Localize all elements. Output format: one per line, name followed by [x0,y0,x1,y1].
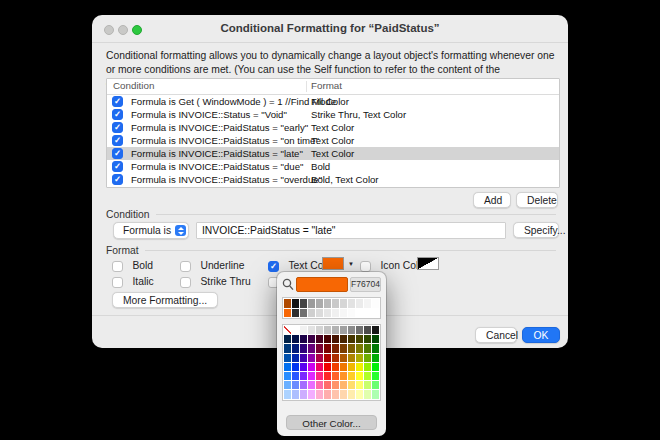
color-cell[interactable] [284,363,291,371]
color-cell[interactable] [316,326,323,334]
color-cell[interactable] [332,390,339,398]
cancel-button[interactable]: Cancel [475,327,517,343]
color-cell[interactable] [340,381,347,389]
color-cell[interactable] [324,390,331,398]
color-cell[interactable] [332,372,339,380]
color-cell[interactable] [348,299,355,308]
color-cell[interactable] [332,354,339,362]
color-cell[interactable] [372,381,379,389]
operator-dropdown[interactable]: Formula is [113,222,189,239]
color-cell[interactable] [284,309,291,318]
color-cell[interactable] [316,354,323,362]
color-cell[interactable] [292,363,299,371]
color-cell[interactable] [340,372,347,380]
color-cell[interactable] [348,309,355,318]
color-cell[interactable] [292,326,299,334]
color-cell[interactable] [356,381,363,389]
color-cell[interactable] [364,309,371,318]
color-cell[interactable] [284,381,291,389]
column-header-condition[interactable]: Condition [113,80,154,91]
color-cell[interactable] [364,372,371,380]
color-cell[interactable] [356,299,363,308]
color-cell[interactable] [292,299,299,308]
table-row[interactable]: Formula is INVOICE::PaidStatus = "overdu… [107,173,559,186]
color-cell[interactable] [316,335,323,343]
color-cell[interactable] [324,344,331,352]
color-cell[interactable] [324,381,331,389]
color-cell[interactable] [300,344,307,352]
color-cell[interactable] [340,326,347,334]
text-color-well[interactable] [322,257,344,270]
color-cell[interactable] [300,363,307,371]
color-cell[interactable] [324,299,331,308]
zoom-button[interactable] [132,25,142,35]
color-cell[interactable] [316,390,323,398]
color-cell[interactable] [324,335,331,343]
color-cell[interactable] [372,363,379,371]
color-cell[interactable] [292,335,299,343]
color-cell[interactable] [316,344,323,352]
column-header-format[interactable]: Format [311,80,342,91]
color-cell[interactable] [308,390,315,398]
table-row[interactable]: Formula is INVOICE::PaidStatus = "on tim… [107,134,559,147]
color-cell[interactable] [340,299,347,308]
transparent-color-cell[interactable] [284,326,291,334]
color-cell[interactable] [364,335,371,343]
color-cell[interactable] [364,299,371,308]
color-cell[interactable] [332,326,339,334]
color-cell[interactable] [308,309,315,318]
color-cell[interactable] [340,344,347,352]
color-cell[interactable] [308,363,315,371]
color-cell[interactable] [316,309,323,318]
color-cell[interactable] [300,326,307,334]
color-cell[interactable] [284,344,291,352]
row-enabled-checkbox[interactable] [112,161,123,172]
color-cell[interactable] [364,381,371,389]
color-cell[interactable] [372,309,379,318]
color-cell[interactable] [340,309,347,318]
color-cell[interactable] [364,344,371,352]
color-cell[interactable] [364,390,371,398]
color-cell[interactable] [356,363,363,371]
color-cell[interactable] [284,372,291,380]
color-cell[interactable] [372,326,379,334]
color-cell[interactable] [372,299,379,308]
color-cell[interactable] [292,354,299,362]
color-cell[interactable] [356,372,363,380]
icon-color-well[interactable] [417,257,439,270]
color-cell[interactable] [284,299,291,308]
color-cell[interactable] [332,381,339,389]
specify-button[interactable]: Specify... [513,222,559,238]
color-cell[interactable] [372,335,379,343]
color-cell[interactable] [332,363,339,371]
color-cell[interactable] [340,335,347,343]
color-cell[interactable] [324,372,331,380]
color-cell[interactable] [300,309,307,318]
hex-value-field[interactable]: F76704 [350,277,381,292]
color-cell[interactable] [308,381,315,389]
color-cell[interactable] [308,326,315,334]
color-cell[interactable] [308,344,315,352]
color-cell[interactable] [324,363,331,371]
row-enabled-checkbox[interactable] [112,174,123,185]
color-cell[interactable] [292,309,299,318]
color-cell[interactable] [364,363,371,371]
row-enabled-checkbox[interactable] [112,96,123,107]
table-row[interactable]: Formula is INVOICE::Status = "Void"Strik… [107,108,559,121]
current-color-swatch[interactable] [296,277,348,292]
minimize-button[interactable] [118,25,128,35]
color-cell[interactable] [348,372,355,380]
row-enabled-checkbox[interactable] [112,148,123,159]
color-cell[interactable] [348,390,355,398]
color-cell[interactable] [356,354,363,362]
color-well-arrow-icon[interactable]: ▼ [348,261,354,267]
color-cell[interactable] [292,372,299,380]
color-cell[interactable] [316,363,323,371]
row-enabled-checkbox[interactable] [112,109,123,120]
color-cell[interactable] [372,344,379,352]
color-cell[interactable] [284,354,291,362]
color-cell[interactable] [332,344,339,352]
color-cell[interactable] [364,326,371,334]
color-cell[interactable] [348,381,355,389]
text-color-checkbox[interactable] [268,261,279,272]
